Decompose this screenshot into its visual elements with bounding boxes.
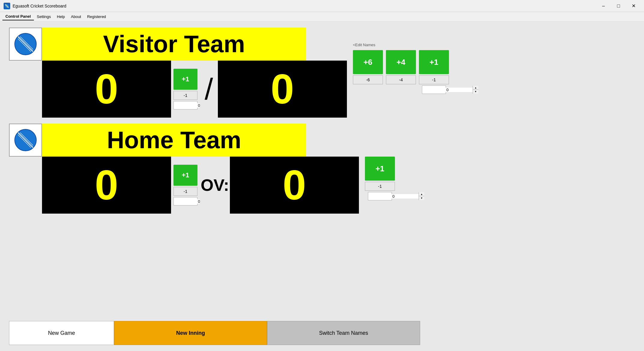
visitor-run6-minus-button[interactable]: -6	[353, 75, 383, 84]
visitor-score-row: 0 +1 -1 ▲ ▼	[42, 61, 347, 118]
title-bar: Eguasoft Cricket Scoreboard – □ ✕	[0, 0, 644, 12]
new-inning-button[interactable]: New Inning	[114, 321, 267, 345]
home-team-main: Home Team 0 +1 -1 ▲	[42, 124, 359, 214]
main-content: Visitor Team 0 +1 -1 ▲	[0, 22, 644, 351]
visitor-team-name-bar: Visitor Team	[42, 28, 306, 61]
home-overs-plus1-button[interactable]: +1	[365, 157, 395, 181]
home-overs-spinner-up[interactable]: ▲	[419, 192, 424, 196]
home-score-plus1-button[interactable]: +1	[173, 165, 197, 186]
new-game-button[interactable]: New Game	[9, 321, 114, 345]
home-score-row: 0 +1 -1 ▲ ▼	[42, 157, 359, 214]
visitor-score-plus1-button[interactable]: +1	[173, 69, 197, 90]
home-team-section: Home Team 0 +1 -1 ▲	[9, 124, 359, 214]
overs-label: OV:	[200, 157, 230, 214]
visitor-runs-display: 0	[42, 61, 171, 118]
home-score-display: 0	[42, 157, 171, 214]
visitor-team-section: Visitor Team 0 +1 -1 ▲	[9, 28, 347, 118]
visitor-team-name: Visitor Team	[103, 30, 245, 58]
visitor-run-spinner-arrows: ▲ ▼	[473, 86, 478, 94]
home-overs-control: +1 -1 ▲ ▼	[365, 157, 395, 200]
visitor-wickets-value: 0	[271, 68, 294, 110]
visitor-team-main: Visitor Team 0 +1 -1 ▲	[42, 28, 347, 118]
menu-bar: Control Panel Settings Help About Regist…	[0, 12, 644, 22]
visitor-runs-value: 0	[95, 68, 118, 110]
home-score-controls: +1 -1 ▲ ▼	[171, 157, 200, 214]
switch-team-names-button[interactable]: Switch Team Names	[267, 321, 420, 345]
visitor-run6-plus-button[interactable]: +6	[353, 50, 383, 74]
visitor-run1-minus-button[interactable]: -1	[419, 75, 449, 84]
menu-settings[interactable]: Settings	[34, 13, 54, 20]
home-team-name-bar: Home Team	[42, 124, 306, 157]
minimize-button[interactable]: –	[597, 2, 610, 10]
menu-control-panel[interactable]: Control Panel	[2, 13, 34, 20]
visitor-run1-plus-button[interactable]: +1	[419, 50, 449, 74]
visitor-section: Visitor Team 0 +1 -1 ▲	[9, 28, 635, 118]
visitor-run4-plus-button[interactable]: +4	[386, 50, 416, 74]
visitor-run-spinner-input[interactable]	[422, 88, 473, 92]
app-icon	[4, 3, 10, 9]
home-team-logo	[9, 124, 42, 157]
home-overs-display: 0	[230, 157, 359, 214]
home-score-value: 0	[95, 164, 118, 206]
score-divider: /	[200, 61, 218, 118]
home-overs-spinner-arrows: ▲ ▼	[419, 192, 424, 200]
visitor-score-controls: +1 -1 ▲ ▼	[171, 61, 200, 118]
visitor-run4-control: +4 -4	[386, 50, 416, 94]
maximize-button[interactable]: □	[612, 2, 625, 10]
visitor-run-spinner-up[interactable]: ▲	[473, 86, 478, 90]
menu-help[interactable]: Help	[54, 13, 68, 20]
visitor-run6-control: +6 -6	[353, 50, 383, 94]
home-overs-spinner: ▲ ▼	[368, 192, 392, 200]
home-score-minus1-button[interactable]: -1	[173, 187, 197, 196]
home-overs-spinner-down[interactable]: ▼	[419, 196, 424, 200]
visitor-run1-control: +1 -1 ▲ ▼	[419, 50, 449, 94]
menu-about[interactable]: About	[68, 13, 84, 20]
close-button[interactable]: ✕	[627, 2, 640, 10]
visitor-score-minus1-button[interactable]: -1	[173, 91, 197, 100]
visitor-run-spinner-down[interactable]: ▼	[473, 90, 478, 94]
bottom-buttons: New Game New Inning Switch Team Names	[9, 318, 635, 345]
visitor-run4-minus-button[interactable]: -4	[386, 75, 416, 84]
visitor-score-spinner: ▲ ▼	[173, 101, 197, 110]
home-team-name: Home Team	[107, 126, 241, 154]
window-title: Eguasoft Cricket Scoreboard	[13, 4, 597, 8]
home-score-spinner: ▲ ▼	[173, 197, 197, 206]
visitor-run-spinner: ▲ ▼	[422, 86, 446, 94]
menu-registered[interactable]: Registered	[84, 13, 109, 20]
visitor-team-logo	[9, 28, 42, 61]
home-overs-value: 0	[283, 164, 306, 206]
home-overs-spinner-input[interactable]	[368, 194, 419, 199]
home-overs-minus1-button[interactable]: -1	[365, 182, 395, 191]
home-section: Home Team 0 +1 -1 ▲	[9, 124, 635, 214]
edit-names-link[interactable]: <Edit Names	[353, 43, 375, 47]
window-controls: – □ ✕	[597, 2, 640, 10]
visitor-wickets-display: 0	[218, 61, 347, 118]
